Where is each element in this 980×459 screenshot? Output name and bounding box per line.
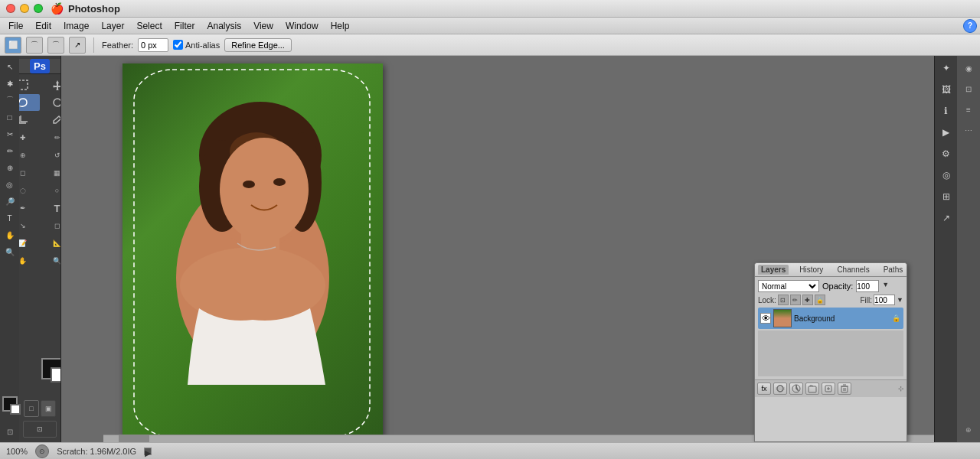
menu-view[interactable]: View [248, 19, 279, 33]
tab-layers[interactable]: Layers [758, 265, 789, 275]
quick-mask-off[interactable]: □ [24, 400, 39, 417]
lt-tool-7[interactable]: ⊕ [2, 160, 18, 175]
lt-tool-2[interactable]: ✱ [2, 76, 18, 91]
magnetic-lasso-tool[interactable]: ↗ [69, 37, 86, 54]
quick-mask-button[interactable]: ⊡ [2, 424, 18, 439]
fr-icon-2[interactable]: ⊡ [959, 80, 978, 98]
search-button[interactable]: ? [963, 19, 977, 33]
lasso-tool[interactable]: ⌒ [26, 37, 43, 54]
lock-position-icon[interactable]: ✚ [802, 295, 813, 305]
background-color-swatch[interactable] [10, 404, 21, 415]
tool-blur[interactable]: ◌ [19, 182, 40, 199]
menu-layer[interactable]: Layer [96, 19, 129, 33]
lock-transparent-icon[interactable]: ⊡ [778, 295, 789, 305]
tool-eyedropper[interactable] [41, 112, 62, 129]
zoom-fit-button[interactable]: ⊙ [35, 444, 49, 458]
rp-info-icon[interactable]: ℹ [937, 102, 956, 120]
tool-healing[interactable]: ✚ [19, 129, 40, 146]
tool-gradient[interactable]: ▦ [41, 164, 62, 181]
layer-group-button[interactable] [805, 382, 819, 395]
minimize-button[interactable] [20, 4, 29, 13]
foreground-color-swatch[interactable] [2, 396, 18, 412]
lt-tool-8[interactable]: ◎ [2, 177, 18, 192]
tool-pen[interactable]: ✒ [19, 200, 40, 216]
rp-star-icon[interactable]: ✦ [937, 59, 956, 77]
screen-mode-button[interactable]: ⊡ [23, 421, 57, 438]
refine-edge-button[interactable]: Refine Edge... [224, 38, 292, 52]
tool-dodge[interactable]: ○ [41, 182, 62, 199]
fr-icon-1[interactable]: ◉ [959, 59, 978, 77]
opacity-arrow[interactable]: ▼ [882, 281, 893, 291]
layer-delete-button[interactable] [838, 382, 851, 395]
tool-type[interactable]: T [41, 200, 62, 216]
lt-tool-12[interactable]: 🔍 [2, 244, 18, 259]
antialias-checkbox[interactable] [173, 40, 183, 50]
menu-file[interactable]: File [3, 19, 28, 33]
layer-mask-button[interactable] [773, 382, 787, 395]
tool-hand[interactable]: ✋ [19, 252, 40, 269]
menu-help[interactable]: Help [325, 19, 355, 33]
tool-lasso[interactable] [19, 94, 40, 111]
rp-arrow-icon[interactable]: ↗ [937, 209, 956, 227]
menu-image[interactable]: Image [58, 19, 94, 33]
tool-path-select[interactable]: ↘ [19, 217, 40, 234]
rp-image-icon[interactable]: 🖼 [937, 80, 956, 99]
lock-all-icon[interactable]: 🔒 [815, 295, 825, 305]
layer-new-button[interactable] [822, 382, 835, 395]
tool-clone[interactable]: ⊕ [19, 147, 40, 164]
lt-tool-6[interactable]: ✏ [2, 143, 18, 158]
lt-tool-1[interactable]: ↖ [2, 59, 18, 74]
tool-history-brush[interactable]: ↺ [41, 147, 62, 164]
color-swatch-area[interactable] [0, 392, 22, 416]
tool-crop[interactable] [19, 112, 40, 129]
quick-mask-on[interactable]: ▣ [41, 400, 56, 417]
rp-grid-icon[interactable]: ⊞ [937, 187, 956, 206]
menu-filter[interactable]: Filter [169, 19, 201, 33]
rp-play-icon[interactable]: ▶ [937, 123, 956, 142]
lt-tool-3[interactable]: ⌒ [2, 93, 18, 108]
fr-icon-3[interactable]: ≡ [959, 100, 978, 119]
tab-history[interactable]: History [796, 265, 826, 275]
layer-visibility-toggle[interactable]: 👁 [760, 313, 771, 324]
fill-arrow[interactable]: ▼ [897, 296, 903, 304]
rp-circle-icon[interactable]: ◎ [937, 166, 956, 184]
lock-image-icon[interactable]: ✏ [790, 295, 801, 305]
layer-row-background[interactable]: 👁 Background 🔒 [758, 308, 903, 329]
lt-tool-9[interactable]: 🔎 [2, 194, 18, 209]
panel-bg-swatch[interactable] [51, 367, 61, 382]
rp-gear-icon[interactable]: ⚙ [937, 145, 956, 163]
close-button[interactable] [6, 4, 15, 13]
tool-measure[interactable]: 📐 [41, 235, 62, 252]
lt-tool-5[interactable]: ✂ [2, 126, 18, 142]
lt-tool-11[interactable]: ✋ [2, 227, 18, 243]
blend-mode-select[interactable]: Normal [758, 280, 819, 292]
opacity-input[interactable] [856, 280, 879, 292]
tool-quick-select[interactable] [41, 94, 62, 111]
rect-marquee-tool[interactable]: ⬜ [5, 37, 21, 54]
tab-channels[interactable]: Channels [834, 265, 872, 275]
menu-edit[interactable]: Edit [30, 19, 57, 33]
fr-icon-4[interactable]: ⋯ [959, 121, 978, 139]
menu-select[interactable]: Select [131, 19, 167, 33]
tool-eraser[interactable]: ◻ [19, 164, 40, 181]
polygon-lasso-tool[interactable]: ⌒ [47, 37, 64, 54]
menu-analysis[interactable]: Analysis [201, 19, 247, 33]
feather-input[interactable] [138, 38, 168, 52]
scrollbar-thumb-h[interactable] [119, 435, 149, 442]
window-controls[interactable] [6, 4, 43, 13]
layer-fx-button[interactable]: fx [757, 382, 771, 395]
layer-adjustment-button[interactable] [789, 382, 803, 395]
status-arrow[interactable]: ▶ [144, 448, 152, 455]
tool-notes[interactable]: 📝 [19, 235, 40, 252]
tool-shape[interactable]: ◻ [41, 217, 62, 234]
maximize-button[interactable] [34, 4, 43, 13]
lt-tool-4[interactable]: □ [2, 109, 18, 125]
tool-zoom[interactable]: 🔍 [41, 252, 62, 269]
lt-tool-10[interactable]: T [2, 210, 18, 226]
fr-icon-bottom[interactable]: ⊕ [959, 421, 978, 439]
tab-paths[interactable]: Paths [880, 265, 906, 275]
fill-input[interactable] [874, 295, 895, 305]
panel-fg-swatch[interactable] [41, 358, 61, 379]
tool-move[interactable] [41, 76, 62, 93]
tool-brush[interactable]: ✏ [41, 129, 62, 146]
